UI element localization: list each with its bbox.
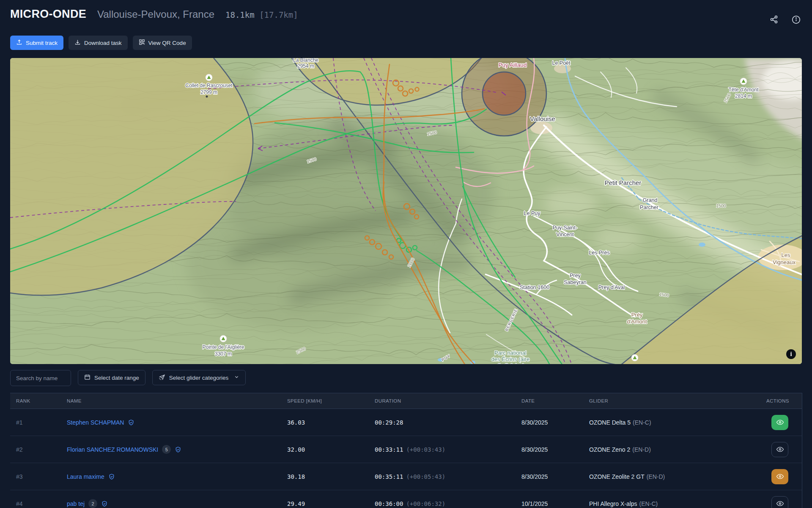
- glider-value: PHI Allegro X-alps(EN-C): [589, 500, 766, 507]
- download-task-button[interactable]: Download task: [69, 36, 128, 50]
- date-value: 10/1/2025: [521, 500, 589, 507]
- duration-value: 00:36:00(+00:06:32): [375, 500, 521, 507]
- map-label: d'adhésion): [497, 362, 525, 364]
- task-distance: 18.1km [17.7km]: [225, 10, 298, 19]
- map-label: Puy Aillaud: [499, 62, 527, 68]
- col-rank: RANK: [16, 398, 67, 403]
- pilot-name-link[interactable]: Florian SANCHEZ ROMANOWSKI: [67, 446, 158, 453]
- map-terrain: La Blanche2954 mCollet de Rascrouset2799…: [10, 58, 802, 364]
- table-row: #4pab tej229.4900:36:00(+00:06:32)10/1/2…: [10, 490, 802, 508]
- map-label: Vallouise: [530, 115, 555, 122]
- col-actions: ACTIONS: [766, 398, 802, 403]
- results-table: RANK NAME SPEED [KM/H] DURATION DATE GLI…: [10, 393, 802, 508]
- map-label: Grand: [643, 197, 658, 203]
- view-track-button[interactable]: [771, 415, 788, 430]
- filter-bar: Select date range Select glider categori…: [10, 370, 246, 386]
- map-label: Le Poët: [552, 60, 571, 66]
- map-label: Tête d'Amont: [729, 87, 759, 93]
- glider-categories-select[interactable]: Select glider categories: [152, 370, 246, 385]
- map-label: Préy: [631, 312, 643, 318]
- view-track-button[interactable]: [771, 469, 788, 484]
- col-date: DATE: [521, 398, 589, 403]
- map-label: Prey: [570, 273, 581, 279]
- map-label: Les Prés: [589, 250, 609, 256]
- speed-value: 36.03: [287, 419, 375, 426]
- map-label: Sabeyran: [564, 279, 587, 285]
- glider-value: OZONE Zeno 2(EN-D): [589, 446, 766, 453]
- view-qr-button[interactable]: View QR Code: [133, 36, 192, 50]
- glider-value: OZONE Delta 5(EN-C): [589, 419, 766, 426]
- map-label: 2814 m: [735, 93, 752, 99]
- task-title: MICRO-ONDE: [10, 8, 86, 21]
- map-label: Station 1600: [520, 284, 549, 290]
- eye-icon: [776, 418, 784, 426]
- map-label: 2954 m: [297, 63, 314, 69]
- search-input[interactable]: [10, 370, 71, 386]
- duration-value: 00:35:11(+00:05:43): [375, 473, 521, 480]
- chevron-down-icon: [234, 374, 239, 381]
- map-canvas[interactable]: La Blanche2954 mCollet de Rascrouset2799…: [10, 58, 802, 364]
- info-icon[interactable]: [790, 14, 802, 25]
- view-track-button[interactable]: [771, 496, 788, 508]
- table-row: #1Stephen SCHAPMAN36.0300:29:288/30/2025…: [10, 409, 802, 436]
- verified-shield-icon: [101, 500, 108, 507]
- download-icon: [74, 39, 81, 47]
- glider-class: (EN-C): [639, 500, 658, 507]
- map-label: 3307 m: [215, 351, 232, 357]
- map-label: des Écrins (aire: [491, 356, 529, 362]
- duration-delta: (+00:06:32): [406, 500, 445, 507]
- pilot-name-link[interactable]: Stephen SCHAPMAN: [67, 419, 124, 426]
- pilot-name-link[interactable]: Laura maxime: [67, 473, 104, 480]
- rank-value: #1: [16, 419, 67, 426]
- date-value: 8/30/2025: [521, 473, 589, 480]
- col-speed: SPEED [KM/H]: [287, 398, 375, 403]
- task-location: Vallouise-Pelvoux, France: [97, 8, 214, 20]
- eye-icon: [776, 445, 784, 453]
- view-track-button[interactable]: [771, 442, 788, 457]
- map-label: Vincent: [556, 232, 574, 237]
- duration-delta: (+00:03:43): [406, 446, 445, 453]
- map-label: Parc national: [494, 350, 527, 356]
- map-label: Le Puy: [524, 210, 541, 216]
- map-attribution-button[interactable]: i: [786, 349, 796, 359]
- col-duration: DURATION: [375, 398, 521, 403]
- col-name: NAME: [67, 398, 287, 403]
- eye-icon: [776, 500, 784, 508]
- submit-track-button[interactable]: Submit track: [10, 36, 63, 50]
- calendar-icon: [84, 374, 91, 381]
- map-label: d'Amont: [627, 318, 647, 325]
- table-row: #3Laura maxime30.1800:35:11(+00:05:43)8/…: [10, 463, 802, 490]
- table-row: #2Florian SANCHEZ ROMANOWSKI532.0000:33:…: [10, 436, 802, 463]
- map-label: 1500: [716, 203, 726, 208]
- peak-icon: [206, 74, 212, 81]
- pilot-name-link[interactable]: pab tej: [67, 500, 85, 507]
- verified-shield-icon: [128, 419, 134, 426]
- map-label: Parcher: [640, 204, 658, 210]
- map-label: Prey d'Aval: [598, 284, 625, 290]
- upload-icon: [16, 39, 22, 47]
- map-label: La Blanche: [293, 58, 318, 63]
- pilot-track-count-badge: 5: [162, 445, 171, 454]
- date-range-button[interactable]: Select date range: [78, 370, 145, 385]
- peak-icon: [740, 78, 747, 85]
- verified-shield-icon: [108, 473, 115, 480]
- date-value: 8/30/2025: [521, 419, 589, 426]
- speed-value: 30.18: [287, 473, 375, 480]
- pilot-track-count-badge: 2: [88, 499, 97, 508]
- map-label: Petit Parcher: [605, 179, 642, 186]
- page-header: MICRO-ONDE Vallouise-Pelvoux, France 18.…: [10, 8, 802, 21]
- glider-icon: [159, 374, 165, 382]
- peak-icon: [631, 354, 638, 361]
- duration-value: 00:33:11(+00:03:43): [375, 446, 521, 453]
- scrollbar-track[interactable]: [802, 393, 802, 508]
- glider-value: OZONE Zeolite 2 GT(EN-D): [589, 473, 766, 480]
- glider-class: (EN-D): [632, 446, 651, 453]
- glider-class: (EN-C): [633, 419, 651, 426]
- share-icon[interactable]: [768, 14, 780, 25]
- rank-value: #4: [16, 500, 67, 507]
- map-label: Puy-Saint-: [553, 225, 577, 231]
- speed-value: 29.49: [287, 500, 375, 507]
- duration-delta: (+00:05:43): [406, 473, 445, 480]
- table-header-row: RANK NAME SPEED [KM/H] DURATION DATE GLI…: [10, 393, 802, 409]
- toolbar: Submit track Download task View QR Code: [10, 36, 192, 50]
